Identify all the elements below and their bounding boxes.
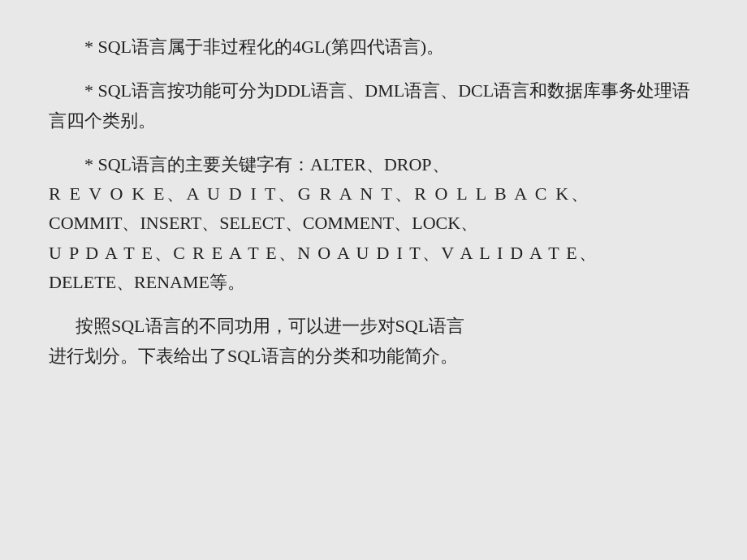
paragraph-3-line2: R E V O K E、A U D I T、G R A N T、R O L L … [49, 183, 590, 204]
paragraph-2: * SQL语言按功能可分为DDL语言、DML语言、DCL语言和数据库事务处理语言… [49, 76, 698, 136]
paragraph-3-line5: DELETE、RENAME等。 [49, 272, 245, 292]
paragraph-1: * SQL语言属于非过程化的4GL(第四代语言)。 [49, 32, 698, 62]
paragraph-2-indent: * SQL语言按功能可分为DDL语言、DML语言、 [49, 80, 458, 101]
page-container: * SQL语言属于非过程化的4GL(第四代语言)。 * SQL语言按功能可分为D… [0, 0, 747, 560]
paragraph-3-line1: * SQL语言的主要关键字有：ALTER、DROP、 [49, 154, 450, 174]
paragraph-3-line3: COMMIT、INSERT、SELECT、COMMENT、LOCK、 [49, 213, 478, 233]
paragraph-3-line4: U P D A T E、C R E A T E、N O A U D I T、V … [49, 243, 598, 263]
paragraph-4-line2: 进行划分。下表给出了SQL语言的分类和功能简介。 [49, 346, 458, 366]
paragraph-4-indent: 按照SQL语言的不同功用，可以进一步对SQL语言 [49, 316, 464, 336]
paragraph-4: 按照SQL语言的不同功用，可以进一步对SQL语言 进行划分。下表给出了SQL语言… [49, 312, 698, 371]
paragraph-3: * SQL语言的主要关键字有：ALTER、DROP、 R E V O K E、A… [49, 150, 698, 297]
